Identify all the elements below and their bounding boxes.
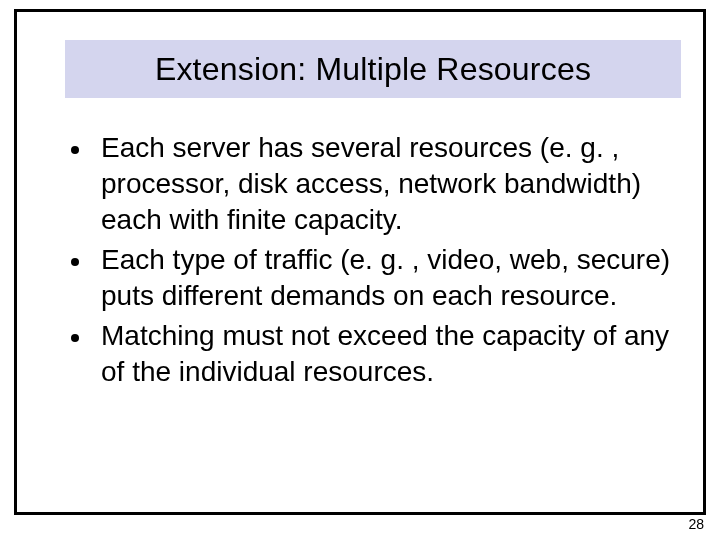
bullet-dot-icon [71,146,79,154]
slide-frame: Extension: Multiple Resources Each serve… [14,9,706,515]
bullet-text: Matching must not exceed the capacity of… [101,318,675,390]
list-item: Each server has several resources (e. g.… [71,130,675,238]
list-item: Matching must not exceed the capacity of… [71,318,675,390]
list-item: Each type of traffic (e. g. , video, web… [71,242,675,314]
title-box: Extension: Multiple Resources [65,40,681,98]
bullet-text: Each type of traffic (e. g. , video, web… [101,242,675,314]
slide-page: Extension: Multiple Resources Each serve… [0,0,720,540]
bullet-list: Each server has several resources (e. g.… [71,130,675,394]
slide-title: Extension: Multiple Resources [155,51,591,88]
bullet-dot-icon [71,258,79,266]
page-number: 28 [688,516,704,532]
bullet-text: Each server has several resources (e. g.… [101,130,675,238]
bullet-dot-icon [71,334,79,342]
